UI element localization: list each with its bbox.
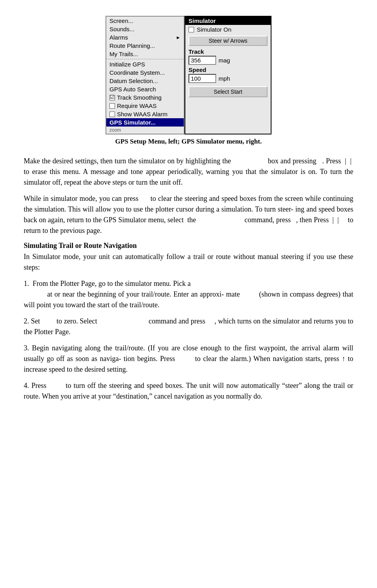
- paragraph-1: Make the desired settings, then turn the…: [24, 156, 353, 188]
- numbered-item-2: 2. Set to zero. Select command and press…: [24, 316, 353, 337]
- track-row: 356 mag: [185, 55, 271, 66]
- menu-item-route-planning[interactable]: Route Planning...: [106, 42, 184, 50]
- simulator-on-label: Simulator On: [197, 26, 232, 33]
- menu-item-zoom[interactable]: zoom: [106, 127, 184, 134]
- paragraph-2: While in simulator mode, you can press t…: [24, 193, 353, 236]
- screenshot-area: Screen... Sounds... Alarms ► Route Plann…: [24, 16, 353, 152]
- menu-item-gps-auto-search[interactable]: GPS Auto Search: [106, 85, 184, 93]
- numbered-item-3: 3. Begin navigating along the trail/rout…: [24, 343, 353, 375]
- separator: [106, 59, 184, 59]
- numbered-item-4: 4. Press to turn off the steering and sp…: [24, 380, 353, 402]
- arrow-icon: ►: [176, 35, 181, 40]
- track-input[interactable]: 356: [188, 56, 216, 65]
- menu-item-track-smoothing[interactable]: ☑ Track Smoothing: [106, 93, 184, 102]
- speed-unit: mph: [219, 75, 230, 82]
- section-intro: In Simulator mode, your unit can automat…: [24, 251, 353, 273]
- simulator-on-row[interactable]: Simulator On: [185, 25, 271, 34]
- menu-item-my-trails[interactable]: My Trails...: [106, 50, 184, 58]
- menu-item-screen[interactable]: Screen...: [106, 17, 184, 25]
- speed-input[interactable]: 100: [188, 74, 216, 83]
- menu-item-initialize-gps[interactable]: Initialize GPS: [106, 60, 184, 68]
- track-label: Track: [185, 47, 271, 55]
- right-menu: Simulator Simulator On Steer w/ Arrows T…: [185, 16, 271, 134]
- left-menu: Screen... Sounds... Alarms ► Route Plann…: [106, 16, 185, 134]
- track-unit: mag: [219, 57, 230, 64]
- section-heading: Simulating Trail or Route Navigation: [24, 242, 353, 250]
- right-menu-header: Simulator: [185, 17, 271, 25]
- menu-item-show-waas-alarm[interactable]: Show WAAS Alarm: [106, 110, 184, 118]
- menu-item-sounds[interactable]: Sounds...: [106, 25, 184, 33]
- speed-row: 100 mph: [185, 73, 271, 84]
- menu-item-gps-simulator[interactable]: GPS Simulator...: [106, 118, 184, 127]
- steer-arrows-button[interactable]: Steer w/ Arrows: [188, 36, 268, 46]
- menu-item-require-waas[interactable]: Require WAAS: [106, 102, 184, 110]
- select-start-button[interactable]: Select Start: [188, 86, 268, 97]
- speed-label: Speed: [185, 66, 271, 73]
- numbered-item-1: 1. From the Plotter Page, go to the simu…: [24, 278, 353, 310]
- screenshot-caption: GPS Setup Menu, left; GPS Simulator menu…: [115, 138, 262, 146]
- menu-item-coordinate-system[interactable]: Coordinate System...: [106, 68, 184, 77]
- menus-wrapper: Screen... Sounds... Alarms ► Route Plann…: [106, 16, 271, 134]
- menu-item-datum-selection[interactable]: Datum Selection...: [106, 77, 184, 85]
- menu-item-alarms[interactable]: Alarms ►: [106, 33, 184, 42]
